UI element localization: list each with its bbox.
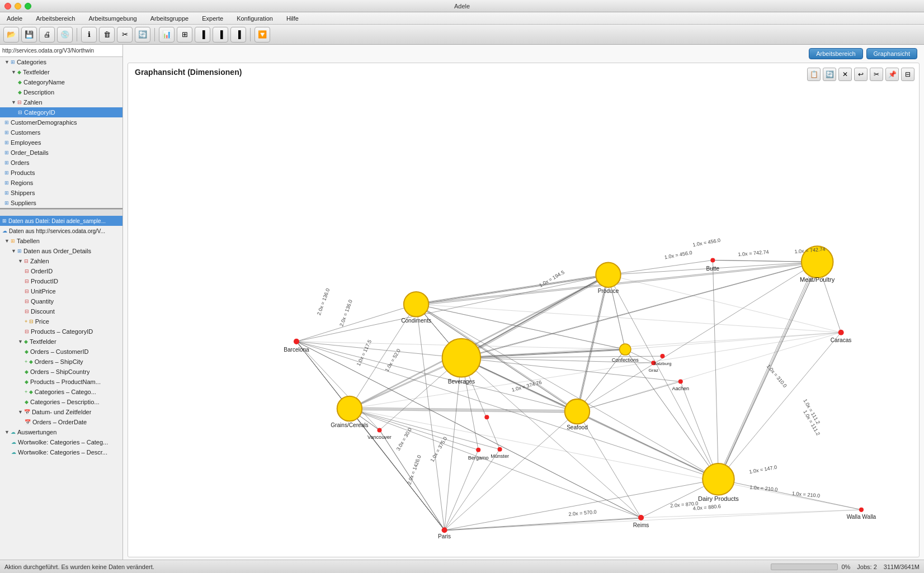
tree-item-customerdemographics[interactable]: ⊞ CustomerDemographics xyxy=(0,117,122,127)
tree-item-orders-custid[interactable]: ◆ Orders – CustomerID xyxy=(0,347,122,357)
tree-item-textfelder[interactable]: ▼ ◆ Textfelder xyxy=(0,67,122,77)
toolbar-grid[interactable]: ⊞ xyxy=(177,27,192,42)
toolbar-open[interactable]: 📂 xyxy=(3,27,19,42)
tree-item-employees[interactable]: ⊞ Employees xyxy=(0,138,122,148)
svg-point-137 xyxy=(442,339,481,377)
tree-item-regions[interactable]: ⊞ Regions xyxy=(0,178,122,188)
tree-item-price[interactable]: + ⊟ Price xyxy=(0,316,122,326)
tree-item-zahlen2[interactable]: ▼ ⊟ Zahlen xyxy=(0,256,122,266)
tree-item-categoryid[interactable]: ⊟ CategoryID xyxy=(0,107,122,117)
tree-item-orderid[interactable]: ⊟ OrderID xyxy=(0,266,122,276)
tree-item-auswertungen[interactable]: ▼ ☁ Auswertungen xyxy=(0,427,122,437)
tree-item-unitprice[interactable]: ⊟ UnitPrice xyxy=(0,286,122,296)
tree-item-ww-categories-descr[interactable]: ☁ Wortwolke: Categories – Descr... xyxy=(0,447,122,457)
tree-item-order-details-data[interactable]: ▼ ⊞ Daten aus Order_Details xyxy=(0,246,122,256)
menu-item-adele[interactable]: Adele xyxy=(4,14,25,23)
svg-point-141 xyxy=(337,396,362,421)
tree-label-ww-categories-descr: Wortwolke: Categories – Descr... xyxy=(18,449,107,456)
tree-item-data-url[interactable]: ☁ Daten aus http://services.odata.org/V.… xyxy=(0,226,122,236)
tree-label-productid: ProductID xyxy=(31,278,58,285)
toolbar-col2[interactable]: ▐ xyxy=(213,27,228,42)
tree-item-quantity[interactable]: ⊟ Quantity xyxy=(0,296,122,306)
graph-btn-cut[interactable]: ✂ xyxy=(870,68,883,81)
svg-point-124 xyxy=(678,380,683,384)
toolbar-col1[interactable]: ▐ xyxy=(195,27,210,42)
graph-btn-close[interactable]: ✕ xyxy=(838,68,852,81)
tree-item-description[interactable]: ◆ Description xyxy=(0,87,122,97)
close-button[interactable] xyxy=(4,3,11,10)
toolbar-export[interactable]: 💿 xyxy=(57,27,73,42)
svg-point-126 xyxy=(442,527,447,533)
toolbar-refresh[interactable]: 🔄 xyxy=(135,27,150,42)
menu-item-arbeitsbereich[interactable]: Arbeitsbereich xyxy=(34,14,77,23)
svg-text:Bergamo: Bergamo xyxy=(468,455,489,461)
graph-btn-copy[interactable]: 📋 xyxy=(807,68,821,81)
tree-item-products-name[interactable]: ◆ Products – ProductNam... xyxy=(0,377,122,387)
menu-item-hilfe[interactable]: Hilfe xyxy=(284,14,301,23)
tree-item-shippers[interactable]: ⊞ Shippers xyxy=(0,188,122,198)
tree-item-categories[interactable]: ▼ ⊞ Categories xyxy=(0,57,122,67)
graph-btn-undo[interactable]: ↩ xyxy=(854,68,868,81)
toolbar-col3[interactable]: ▐ xyxy=(230,27,246,42)
toolbar-info[interactable]: ℹ xyxy=(81,27,97,42)
traffic-lights xyxy=(4,3,31,10)
svg-text:Reims: Reims xyxy=(633,522,649,528)
statusbar: Aktion durchgeführt. Es wurden keine Dat… xyxy=(0,560,924,573)
horizontal-scrollbar[interactable] xyxy=(0,209,122,216)
graph-btn-collapse[interactable]: ⊟ xyxy=(901,68,914,81)
menu-item-konfiguration[interactable]: Konfiguration xyxy=(234,14,275,23)
tree-item-categories-categ[interactable]: + ◆ Categories – Catego... xyxy=(0,387,122,397)
tree-item-categories-desc[interactable]: ◆ Categories – Descriptio... xyxy=(0,397,122,407)
tree-item-tabellen[interactable]: ▼ ⊞ Tabellen xyxy=(0,236,122,246)
menu-item-arbeitsgruppe[interactable]: Arbeitsgruppe xyxy=(148,14,191,23)
menu-item-arbeitsumgebung[interactable]: Arbeitsumgebung xyxy=(86,14,139,23)
toolbar-cut[interactable]: ✂ xyxy=(117,27,133,42)
graph-btn-refresh[interactable]: 🔄 xyxy=(823,68,836,81)
toolbar-print[interactable]: 🖨 xyxy=(39,27,55,42)
tree-item-zahlen[interactable]: ▼ ⊟ Zahlen xyxy=(0,97,122,107)
tree-item-categoryname[interactable]: ◆ CategoryName xyxy=(0,77,122,87)
num-icon-pcid: ⊟ xyxy=(25,329,29,334)
toggle-categories: ▼ xyxy=(4,59,10,65)
minimize-button[interactable] xyxy=(15,3,21,10)
toolbar-chart[interactable]: 📊 xyxy=(159,27,175,42)
menu-item-experte[interactable]: Experte xyxy=(200,14,225,23)
toolbar-separator-2 xyxy=(154,28,155,41)
tree-item-orders-shipcity[interactable]: + ◆ Orders – ShipCity xyxy=(0,357,122,367)
arbeitsbereich-button[interactable]: Arbeitsbereich xyxy=(809,48,862,59)
tree-label-zahlen2: Zahlen xyxy=(30,258,49,264)
tree-item-datum-felder[interactable]: ▼ 📅 Datum- und Zeitfelder xyxy=(0,407,122,417)
tree-label-suppliers: Suppliers xyxy=(11,200,36,206)
tree-label-datum-felder: Datum- und Zeitfelder xyxy=(32,409,91,415)
table-icon-emp: ⊞ xyxy=(4,140,9,145)
tree-item-data-file[interactable]: ⊞ Daten aus Datei: Datei adele_sample... xyxy=(0,216,122,226)
tree-label-orders-custid: Orders – CustomerID xyxy=(30,348,89,355)
tree-item-order-details[interactable]: ⊞ Order_Details xyxy=(0,148,122,158)
text-folder-icon-2: ◆ xyxy=(24,339,28,344)
maximize-button[interactable] xyxy=(25,3,31,10)
tree-item-productid[interactable]: ⊟ ProductID xyxy=(0,276,122,286)
svg-text:Aachen: Aachen xyxy=(672,386,689,391)
graph-btn-pin[interactable]: 📌 xyxy=(885,68,899,81)
svg-text:Grains/Cereals: Grains/Cereals xyxy=(331,422,368,428)
toolbar-save[interactable]: 💾 xyxy=(21,27,37,42)
svg-line-95 xyxy=(445,518,641,530)
tree-label-customers: Customers xyxy=(11,129,40,136)
toolbar-filter[interactable]: 🔽 xyxy=(254,27,270,42)
tree-item-orders-shipcountry[interactable]: ◆ Orders – ShipCountry xyxy=(0,367,122,377)
graphansicht-button[interactable]: Graphansicht xyxy=(866,48,917,59)
tree-item-products-catid[interactable]: ⊟ Products – CategoryID xyxy=(0,326,122,337)
tree-item-orders-orderdate[interactable]: 📅 Orders – OrderDate xyxy=(0,417,122,427)
tree-item-discount[interactable]: ⊟ Discount xyxy=(0,306,122,316)
tree-label-unitprice: UnitPrice xyxy=(31,288,56,295)
tree-item-orders[interactable]: ⊞ Orders xyxy=(0,158,122,168)
toolbar-delete[interactable]: 🗑 xyxy=(99,27,115,42)
text-icon-cd: ◆ xyxy=(25,399,29,405)
tree-item-textfelder2[interactable]: ▼ ◆ Textfelder xyxy=(0,337,122,347)
tree-item-suppliers[interactable]: ⊞ Suppliers xyxy=(0,198,122,208)
tree-item-ww-categories-categ[interactable]: ☁ Wortwolke: Categories – Categ... xyxy=(0,437,122,447)
tree-item-customers[interactable]: ⊞ Customers xyxy=(0,127,122,138)
tree-item-products[interactable]: ⊞ Products xyxy=(0,168,122,178)
graph-container: Graphansicht (Dimensionen) 📋 🔄 ✕ ↩ ✂ 📌 ⊟ xyxy=(128,63,920,557)
svg-point-129 xyxy=(838,330,844,335)
